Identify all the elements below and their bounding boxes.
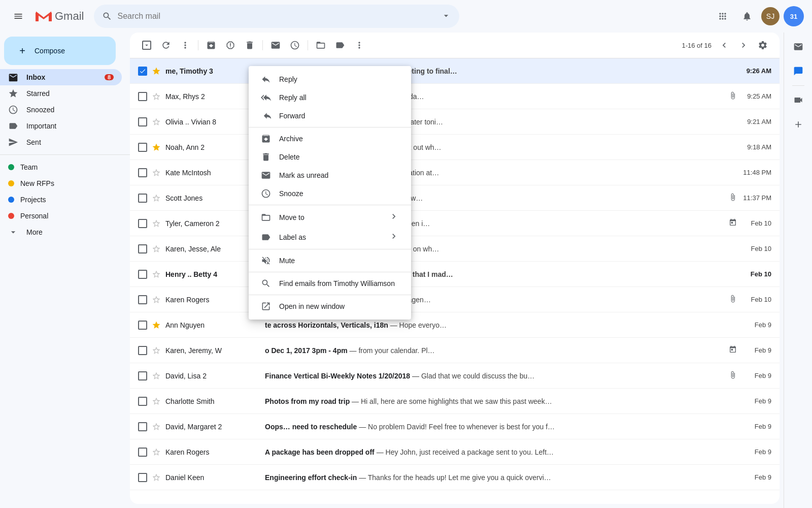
apps-icon-btn[interactable] (713, 6, 733, 26)
reply-all-icon (261, 92, 271, 103)
menu-item-move-to[interactable]: Move to (249, 207, 411, 227)
menu-item-label-forward: Forward (279, 112, 399, 120)
menu-item-label-delete: Delete (279, 153, 399, 161)
calendar-icon-btn[interactable]: 31 (784, 6, 804, 26)
menu-item-mute[interactable]: Mute (249, 251, 411, 270)
right-panel-divider-1 (792, 85, 804, 86)
menu-item-label-find-emails: Find emails from Timothy Williamson (279, 279, 399, 288)
right-panel-add-btn[interactable] (788, 114, 808, 135)
menu-item-arrow-move-to (389, 211, 399, 223)
search-input[interactable] (117, 12, 436, 21)
topbar-right: SJ 31 (713, 6, 804, 26)
menu-item-label-as[interactable]: Label as (249, 227, 411, 247)
menu-item-label-label-as: Label as (279, 233, 381, 241)
menu-item-find-emails[interactable]: Find emails from Timothy Williamson (249, 274, 411, 293)
topbar: Gmail SJ 31 (0, 0, 812, 33)
snooze-icon (261, 188, 271, 199)
right-panel-mail-icon[interactable] (788, 37, 808, 57)
menu-item-reply-all[interactable]: Reply all (249, 88, 411, 107)
gmail-wordmark: Gmail (55, 10, 84, 23)
menu-item-archive[interactable]: Archive (249, 130, 411, 148)
menu-divider (249, 205, 411, 205)
delete-icon (261, 152, 271, 162)
open-new-icon (261, 301, 271, 311)
reply-icon (261, 74, 271, 84)
menu-icon[interactable] (8, 6, 28, 26)
menu-item-label-reply-all: Reply all (279, 93, 399, 102)
menu-item-label-open-new-window: Open in new window (279, 302, 399, 310)
menu-item-label-snooze: Snooze (279, 189, 399, 198)
forward-icon (261, 111, 271, 121)
menu-divider (249, 127, 411, 128)
archive-icon (261, 134, 271, 144)
menu-divider (249, 272, 411, 272)
menu-item-label-move-to: Move to (279, 213, 381, 221)
menu-item-open-new-window[interactable]: Open in new window (249, 297, 411, 315)
menu-item-label-archive: Archive (279, 135, 399, 143)
main-layout: + Compose Inbox 8 Starred Snoozed (0, 33, 812, 508)
menu-item-forward[interactable]: Forward (249, 107, 411, 125)
label-as-icon (261, 232, 271, 242)
mute-icon (261, 256, 271, 266)
menu-divider (249, 249, 411, 249)
menu-divider (249, 295, 411, 295)
right-panel-meet-icon[interactable] (788, 90, 808, 110)
search-bar[interactable] (94, 5, 459, 28)
menu-item-reply[interactable]: Reply (249, 70, 411, 88)
search-icon (102, 11, 112, 21)
menu-item-mark-unread[interactable]: Mark as unread (249, 166, 411, 184)
context-menu: ReplyReply allForwardArchiveDeleteMark a… (249, 66, 411, 320)
menu-item-label-reply: Reply (279, 75, 399, 83)
search-icon (261, 278, 271, 289)
notification-icon-btn[interactable] (737, 6, 757, 26)
menu-item-label-mark-unread: Mark as unread (279, 171, 399, 179)
right-panel (784, 33, 812, 508)
menu-item-label-mute: Mute (279, 257, 399, 265)
menu-item-delete[interactable]: Delete (249, 148, 411, 166)
gmail-logo: Gmail (35, 7, 84, 25)
move-icon (261, 212, 271, 223)
menu-item-arrow-label-as (389, 231, 399, 243)
search-chevron-icon[interactable] (441, 11, 451, 22)
right-panel-chat-icon[interactable] (788, 61, 808, 81)
avatar[interactable]: SJ (761, 7, 780, 25)
menu-item-snooze[interactable]: Snooze (249, 184, 411, 203)
mark-unread-icon (261, 170, 271, 180)
